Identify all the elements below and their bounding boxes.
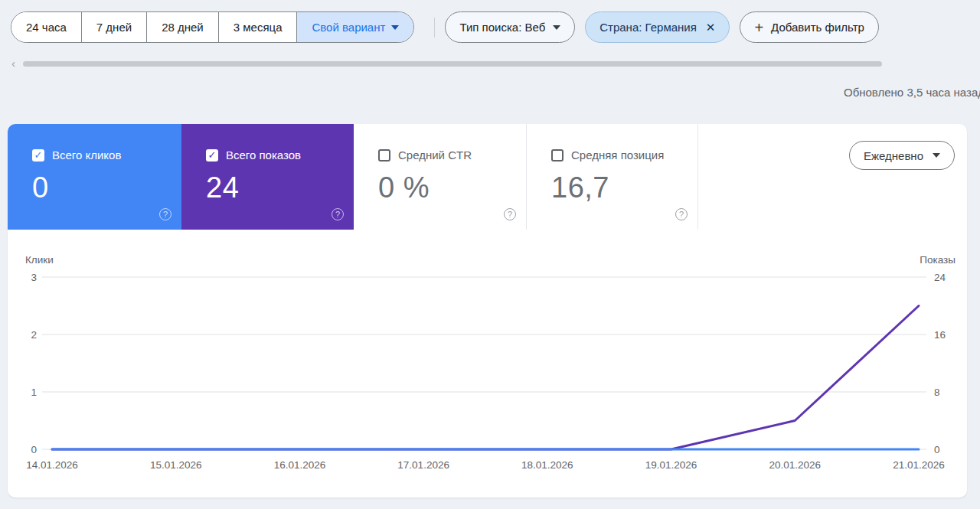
help-icon[interactable]: ? [332, 208, 344, 220]
horizontal-scrollbar[interactable] [23, 61, 882, 67]
add-filter-label: Добавить фильтр [771, 21, 864, 34]
svg-text:20.01.2026: 20.01.2026 [769, 459, 821, 471]
svg-text:24: 24 [934, 272, 946, 283]
granularity-dropdown[interactable]: Ежедневно [849, 141, 955, 170]
chevron-down-icon [553, 25, 560, 30]
last-updated-text: Обновлено 3,5 часа назад [844, 86, 980, 99]
svg-text:0: 0 [31, 444, 37, 455]
date-range-custom-label: Свой вариант [312, 21, 385, 34]
metric-card-avg-position[interactable]: Средняя позиция 16,7 ? [526, 124, 698, 230]
add-filter-button[interactable]: + Добавить фильтр [740, 11, 878, 43]
position-checkbox[interactable] [551, 149, 564, 162]
svg-text:3: 3 [31, 272, 37, 283]
country-filter-label: Страна: Германия [599, 21, 697, 34]
metric-value: 0 [32, 171, 181, 204]
metric-card-total-impressions[interactable]: ✓ Всего показов 24 ? [181, 124, 354, 230]
country-filter[interactable]: Страна: Германия ✕ [585, 11, 730, 43]
help-icon[interactable]: ? [159, 208, 172, 220]
search-type-label: Тип поиска: Веб [459, 21, 545, 34]
metric-card-total-clicks[interactable]: ✓ Всего кликов 0 ? [8, 124, 181, 230]
chevron-left-icon[interactable]: ‹ [11, 57, 15, 70]
metric-label: Всего кликов [52, 148, 121, 162]
metric-card-avg-ctr[interactable]: Средний CTR 0 % ? [354, 124, 526, 230]
svg-text:8: 8 [934, 387, 940, 398]
filter-bar: 24 часа 7 дней 28 дней 3 месяца Свой вар… [11, 11, 980, 43]
clicks-checkbox[interactable]: ✓ [32, 149, 44, 162]
svg-text:1: 1 [31, 387, 37, 398]
chevron-down-icon [933, 153, 940, 158]
metric-value: 0 % [378, 171, 526, 204]
right-axis-title: Показы [920, 254, 956, 266]
filter-scroll-row: ‹ [0, 60, 980, 69]
date-range-28d[interactable]: 28 дней [146, 12, 218, 42]
performance-chart-canvas[interactable]: 001821632414.01.202615.01.202616.01.2026… [8, 268, 967, 490]
metrics-row: ✓ Всего кликов 0 ? ✓ Всего показов 24 ? … [8, 124, 967, 230]
performance-card: ✓ Всего кликов 0 ? ✓ Всего показов 24 ? … [8, 124, 967, 498]
svg-text:14.01.2026: 14.01.2026 [26, 459, 78, 471]
filter-divider [434, 18, 435, 38]
svg-text:16: 16 [934, 329, 946, 341]
svg-text:17.01.2026: 17.01.2026 [397, 459, 449, 471]
close-icon[interactable]: ✕ [704, 21, 716, 34]
metric-label: Средний CTR [398, 148, 472, 162]
plus-icon: + [754, 20, 763, 35]
date-range-3m[interactable]: 3 месяца [218, 12, 297, 42]
svg-text:16.01.2026: 16.01.2026 [274, 459, 326, 471]
metric-value: 24 [206, 171, 354, 204]
left-axis-title: Клики [25, 254, 54, 266]
metric-value: 16,7 [551, 171, 697, 204]
date-range-custom[interactable]: Свой вариант [296, 12, 413, 42]
chevron-down-icon [391, 25, 399, 30]
metric-label: Всего показов [226, 148, 301, 162]
svg-text:18.01.2026: 18.01.2026 [521, 459, 573, 471]
impressions-checkbox[interactable]: ✓ [206, 149, 218, 162]
svg-text:2: 2 [31, 329, 37, 341]
help-icon[interactable]: ? [504, 208, 516, 220]
granularity-label: Ежедневно [864, 149, 923, 162]
date-range-24h[interactable]: 24 часа [11, 12, 81, 42]
date-range-7d[interactable]: 7 дней [81, 12, 146, 42]
svg-text:0: 0 [934, 444, 940, 455]
search-type-filter[interactable]: Тип поиска: Веб [445, 11, 575, 43]
ctr-checkbox[interactable] [378, 149, 390, 162]
svg-text:19.01.2026: 19.01.2026 [645, 459, 697, 471]
metric-label: Средняя позиция [571, 148, 664, 162]
date-range-selector: 24 часа 7 дней 28 дней 3 месяца Свой вар… [11, 11, 414, 43]
svg-text:15.01.2026: 15.01.2026 [150, 459, 202, 471]
svg-text:21.01.2026: 21.01.2026 [893, 459, 945, 471]
help-icon[interactable]: ? [675, 208, 688, 220]
